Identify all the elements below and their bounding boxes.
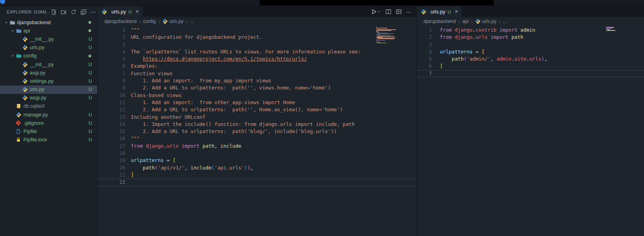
split-editor-icon	[385, 9, 391, 15]
python-icon	[22, 87, 30, 92]
tree-item-config[interactable]: config	[0, 52, 97, 60]
explorer-actions: ⋯	[50, 8, 97, 15]
code-line[interactable]: 9 2. Add a URL to urlpatterns: path('', …	[98, 84, 416, 91]
code-line[interactable]: 6Examples:	[98, 63, 416, 70]
code-line[interactable]: 7Function views	[98, 70, 416, 77]
split-editor-button[interactable]	[385, 9, 391, 15]
editor-actions: ⋯	[371, 6, 416, 17]
code-line[interactable]: 5 https://docs.djangoproject.com/en/5.1/…	[98, 55, 416, 63]
new-folder-button[interactable]	[60, 8, 67, 15]
customize-layout-button[interactable]	[396, 9, 402, 15]
code-line[interactable]: 2from django.urls import path	[417, 34, 644, 41]
code-line[interactable]: 4The `urlpatterns` list routes URLs to v…	[98, 48, 416, 55]
tree-item-label: Pipfile	[23, 129, 37, 134]
tree-item-pipfile[interactable]: PipfileU	[0, 127, 97, 135]
tree-item-api[interactable]: api	[0, 27, 97, 35]
line-number: 7	[417, 70, 432, 77]
customize-layout-icon	[396, 9, 402, 15]
python-icon	[16, 112, 23, 118]
chevron-down-icon[interactable]	[10, 28, 16, 34]
folder-icon	[16, 53, 23, 59]
tree-item-label: djangobackend	[17, 20, 51, 25]
code-editor-right[interactable]: 1from django.contrib import admin2from d…	[417, 26, 644, 236]
code-line[interactable]: 1"""	[98, 27, 416, 34]
code-line[interactable]: 17from django.urls import path, include	[98, 143, 416, 150]
tree-item-urls-py[interactable]: urls.pyU	[0, 44, 97, 52]
tree-item-db-sqlite3[interactable]: db.sqlite3	[0, 102, 97, 110]
python-icon	[22, 36, 30, 42]
breadcrumb-item[interactable]: djangobackend	[104, 19, 136, 24]
code-line[interactable]: 19urlpatterns = [	[98, 157, 416, 164]
tree-item-settings-py[interactable]: settings.pyU	[0, 77, 97, 85]
breadcrumb-separator: ›	[471, 19, 473, 25]
code-line[interactable]: 6]	[417, 63, 644, 70]
more-button[interactable]: ⋯	[406, 10, 412, 14]
collapse-all-button[interactable]	[80, 8, 87, 15]
tree-item--init-py[interactable]: __init__.pyU	[0, 35, 97, 43]
code-line[interactable]: 21]	[98, 171, 416, 179]
minimap[interactable]	[376, 27, 411, 45]
code-line[interactable]: 7	[417, 70, 644, 77]
chevron-down-icon[interactable]	[10, 53, 16, 59]
code-line[interactable]: 3	[417, 41, 644, 48]
tree-item-label: db.sqlite3	[23, 103, 45, 109]
code-line[interactable]: 5 path('admin/', admin.site.urls),	[417, 55, 644, 63]
tree-item-urls-py[interactable]: urls.pyU	[0, 86, 97, 94]
code-line[interactable]: 3	[98, 41, 416, 48]
code-line[interactable]: 22	[98, 179, 416, 186]
python-icon	[22, 45, 30, 50]
python-icon	[102, 9, 109, 15]
refresh-button[interactable]	[70, 8, 77, 15]
editor-group-right: urls.py U ✕ djangobackend›api›urls.py›..…	[417, 6, 644, 236]
git-untracked-badge: U	[88, 137, 92, 143]
line-number: 3	[98, 41, 125, 48]
tree-item-wsgi-py[interactable]: wsgi.pyU	[0, 94, 97, 102]
code-line[interactable]: 2URL configuration for djangobackend pro…	[98, 34, 416, 41]
code-line[interactable]: 13Including another URLconf	[98, 114, 416, 121]
breadcrumb-separator: ›	[498, 19, 500, 25]
line-number: 12	[98, 106, 125, 113]
tree-item-manage-py[interactable]: manage.pyU	[0, 110, 97, 119]
code-line[interactable]: 20 path('api/v1/', include('api.urls')),	[98, 164, 416, 171]
new-file-button[interactable]	[50, 8, 57, 15]
git-untracked-badge: U	[88, 70, 92, 76]
tree-item-label: __init__.py	[30, 36, 54, 42]
tree-item--gitignore[interactable]: .gitignoreU	[0, 119, 97, 127]
close-icon[interactable]: ✕	[454, 9, 458, 14]
code-editor-center[interactable]: 1"""2URL configuration for djangobackend…	[98, 26, 416, 236]
tree-item-label: asgi.py	[30, 70, 46, 76]
breadcrumb-item[interactable]: urls.py	[475, 19, 496, 24]
breadcrumb-item[interactable]: api	[462, 19, 469, 24]
breadcrumb-item[interactable]: ...	[190, 19, 194, 24]
breadcrumb-item[interactable]: urls.py	[162, 19, 183, 24]
tree-item-asgi-py[interactable]: asgi.pyU	[0, 69, 97, 77]
breadcrumb-item[interactable]: djangobackend	[424, 19, 456, 24]
tree-item-djangobackend[interactable]: djangobackend	[0, 18, 97, 27]
close-icon[interactable]: ✕	[135, 9, 139, 14]
code-line[interactable]: 10Class-based views	[98, 92, 416, 99]
new-folder-icon	[61, 9, 67, 15]
breadcrumb-item[interactable]: config	[143, 19, 156, 24]
minimap[interactable]	[606, 27, 641, 33]
code-line[interactable]: 4urlpatterns = [	[417, 48, 644, 55]
code-line[interactable]: 11 1. Add an import: from other_app.view…	[98, 99, 416, 106]
line-number: 6	[417, 63, 432, 70]
code-line[interactable]: 15 2. Add a URL to urlpatterns: path('bl…	[98, 128, 416, 135]
code-line[interactable]: 12 2. Add a URL to urlpatterns: path('',…	[98, 106, 416, 113]
run-button[interactable]	[371, 9, 381, 15]
tab-urls-py-api[interactable]: urls.py U ✕	[417, 6, 462, 17]
code-line[interactable]: 16"""	[98, 135, 416, 142]
more-button[interactable]: ⋯	[90, 8, 97, 15]
breadcrumb-item[interactable]: ...	[503, 19, 507, 24]
tree-item-label: api	[23, 28, 30, 34]
tree-item-pipfile-lock[interactable]: Pipfile.lockU	[0, 136, 97, 144]
tree-item--init-py[interactable]: __init__.pyU	[0, 60, 97, 69]
tree-item-label: __init__.py	[30, 62, 54, 67]
code-line[interactable]: 14 1. Import the include() function: fro…	[98, 121, 416, 128]
line-number: 4	[98, 48, 125, 55]
code-line[interactable]: 8 1. Add an import: from my_app import v…	[98, 77, 416, 84]
code-line[interactable]: 18	[98, 150, 416, 157]
tab-urls-py-config[interactable]: urls.py U ✕	[98, 6, 143, 17]
chevron-down-icon[interactable]	[3, 20, 10, 25]
git-untracked-badge: U	[88, 95, 92, 101]
